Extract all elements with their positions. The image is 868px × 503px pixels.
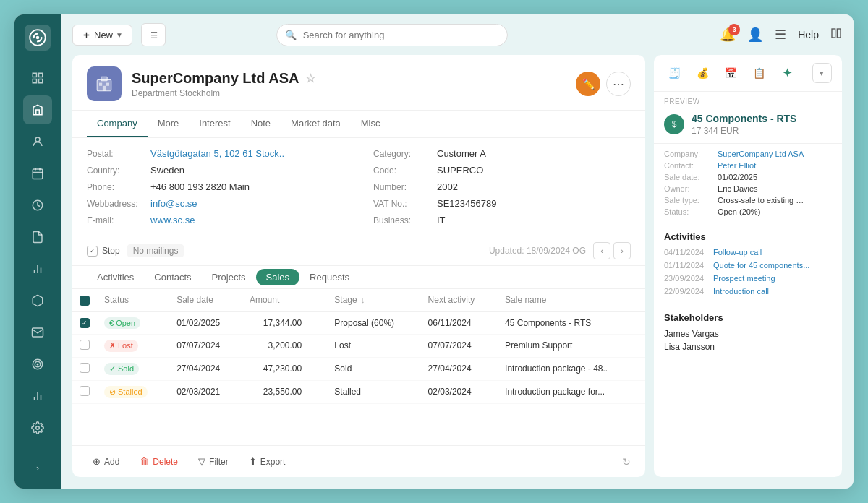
sale-name-2: Introduction package - 48.. bbox=[498, 357, 645, 380]
tab-more[interactable]: More bbox=[148, 111, 190, 137]
sidebar-item-email[interactable] bbox=[23, 318, 52, 347]
inner-tab-requests[interactable]: Requests bbox=[299, 266, 359, 288]
col-stage[interactable]: Stage ↓ bbox=[327, 289, 420, 311]
sidebar-item-chart[interactable] bbox=[23, 382, 52, 410]
stop-checkbox-box[interactable]: ✓ bbox=[87, 246, 98, 257]
sale-name-3: Introduction package for... bbox=[498, 380, 645, 403]
layout-icon[interactable] bbox=[830, 27, 842, 43]
activity-link-0[interactable]: Follow-up call bbox=[713, 248, 762, 257]
panel-toolbar: 🧾 💰 📅 📋 ✦ ▾ bbox=[654, 55, 842, 92]
next-activity-2: 27/04/2024 bbox=[421, 357, 498, 380]
detail-phone: Phone: +46 800 193 2820 Main bbox=[87, 181, 344, 192]
panel-tool-currency[interactable]: 💰 bbox=[692, 62, 713, 84]
detail-postal: Postal: Västgötagatan 5, 102 61 Stock.. bbox=[87, 148, 344, 159]
panel-tool-add[interactable]: ✦ bbox=[777, 62, 798, 84]
dd-owner: Owner: Eric Davies bbox=[664, 184, 832, 193]
select-all-checkbox[interactable]: — bbox=[80, 296, 90, 306]
sidebar-item-settings[interactable] bbox=[23, 413, 52, 442]
activity-link-3[interactable]: Introduction call bbox=[713, 287, 769, 296]
svg-point-11 bbox=[37, 364, 38, 365]
card-header-actions: ✏️ ⋯ bbox=[576, 72, 631, 96]
filter-button[interactable]: ▽ Filter bbox=[192, 453, 234, 470]
tab-misc[interactable]: Misc bbox=[351, 111, 391, 137]
dd-sale-date: Sale date: 01/02/2025 bbox=[664, 173, 832, 181]
number-value: 2002 bbox=[437, 181, 458, 192]
nav-prev-button[interactable]: ‹ bbox=[593, 242, 610, 259]
sidebar-item-reports[interactable] bbox=[23, 286, 52, 315]
notifications-button[interactable]: 🔔 3 bbox=[720, 27, 736, 43]
panel-tool-clipboard[interactable]: 📋 bbox=[749, 62, 770, 84]
favorite-icon[interactable]: ☆ bbox=[305, 72, 315, 85]
stop-checkbox[interactable]: ✓ Stop bbox=[87, 246, 120, 257]
sidebar-item-calendar[interactable] bbox=[23, 159, 52, 188]
dd-company: Company: SuperCompany Ltd ASA bbox=[664, 150, 832, 158]
menu-icon[interactable]: ☰ bbox=[775, 27, 786, 43]
add-button[interactable]: ⊕ Add bbox=[87, 453, 125, 470]
detail-vat: VAT No.: SE123456789 bbox=[373, 198, 631, 209]
row-checkbox-3[interactable] bbox=[80, 386, 90, 396]
number-label: Number: bbox=[373, 182, 431, 192]
sidebar: › bbox=[14, 14, 61, 489]
tab-interest[interactable]: Interest bbox=[189, 111, 240, 137]
refresh-button[interactable]: ↻ bbox=[622, 456, 631, 468]
svg-rect-29 bbox=[106, 83, 109, 86]
filter-icon: ▽ bbox=[198, 456, 205, 467]
main-card: SuperCompany Ltd ASA ☆ Department Stockh… bbox=[72, 55, 645, 477]
table-row[interactable]: ✓ € Open 01/02/2025 17,344.00 Proposal (… bbox=[72, 311, 645, 334]
activity-link-2[interactable]: Prospect meeting bbox=[713, 274, 775, 283]
email-value[interactable]: www.sc.se bbox=[150, 215, 195, 225]
sidebar-item-targets[interactable] bbox=[23, 350, 52, 379]
deal-name[interactable]: 45 Components - RTS bbox=[692, 113, 796, 124]
sidebar-collapse-button[interactable]: › bbox=[23, 457, 52, 480]
row-checkbox-2[interactable] bbox=[80, 363, 90, 373]
webaddress-value[interactable]: info@sc.se bbox=[150, 198, 197, 209]
panel-tool-receipt[interactable]: 🧾 bbox=[664, 62, 685, 84]
inner-tab-contacts[interactable]: Contacts bbox=[144, 266, 201, 288]
panel-tool-calendar[interactable]: 📅 bbox=[720, 62, 741, 84]
panel-collapse-button[interactable]: ▾ bbox=[812, 63, 832, 83]
table-row[interactable]: ✗ Lost 07/07/2024 3,200.00 Lost 07/07/20… bbox=[72, 334, 645, 357]
sidebar-bottom: › bbox=[23, 451, 52, 480]
stakeholders-title: Stakeholders bbox=[664, 312, 832, 323]
sidebar-item-sales[interactable] bbox=[23, 191, 52, 220]
filter-icon-button[interactable] bbox=[141, 23, 166, 46]
inner-tab-sales[interactable]: Sales bbox=[256, 269, 300, 285]
search-icon: 🔍 bbox=[285, 30, 297, 40]
inner-tab-activities[interactable]: Activities bbox=[87, 266, 144, 288]
export-button[interactable]: ⬆ Export bbox=[243, 453, 292, 470]
sidebar-item-companies[interactable] bbox=[23, 95, 52, 124]
sidebar-item-contacts[interactable] bbox=[23, 127, 52, 156]
sidebar-item-dashboard[interactable] bbox=[23, 64, 52, 93]
inner-tab-projects[interactable]: Projects bbox=[202, 266, 256, 288]
tab-market-data[interactable]: Market data bbox=[281, 111, 351, 137]
status-badge-3: ⊘ Stalled bbox=[104, 386, 148, 398]
table-actions: ⊕ Add 🗑 Delete ▽ Filter ⬆ Export bbox=[72, 445, 645, 477]
row-checkbox-0[interactable]: ✓ bbox=[80, 318, 90, 328]
activities-title: Activities bbox=[664, 231, 832, 242]
search-input[interactable] bbox=[276, 24, 508, 46]
row-checkbox-1[interactable] bbox=[80, 340, 90, 350]
postal-value[interactable]: Västgötagatan 5, 102 61 Stock.. bbox=[150, 148, 284, 159]
table-row[interactable]: ⊘ Stalled 02/03/2021 23,550.00 Stalled 0… bbox=[72, 380, 645, 403]
sidebar-item-documents[interactable] bbox=[23, 223, 52, 252]
tab-note[interactable]: Note bbox=[241, 111, 281, 137]
activity-link-1[interactable]: Quote for 45 components... bbox=[713, 261, 809, 270]
vat-label: VAT No.: bbox=[373, 199, 431, 209]
nav-next-button[interactable]: › bbox=[613, 242, 631, 259]
company-name-text: SuperCompany Ltd ASA bbox=[132, 70, 299, 87]
table-row[interactable]: ✓ Sold 27/04/2024 47,230.00 Sold 27/04/2… bbox=[72, 357, 645, 380]
edit-button[interactable]: ✏️ bbox=[576, 72, 600, 96]
detail-email: E-mail: www.sc.se bbox=[87, 215, 344, 225]
help-button[interactable]: Help bbox=[798, 29, 819, 40]
user-icon[interactable]: 👤 bbox=[747, 27, 763, 43]
more-options-button[interactable]: ⋯ bbox=[606, 72, 631, 96]
sidebar-item-analytics[interactable] bbox=[23, 254, 52, 283]
delete-button[interactable]: 🗑 Delete bbox=[134, 453, 184, 470]
tab-company[interactable]: Company bbox=[87, 111, 148, 137]
inner-tabs: Activities Contacts Projects Sales Reque… bbox=[72, 266, 645, 289]
app-logo[interactable] bbox=[23, 23, 52, 52]
detail-category: Category: Customer A bbox=[373, 148, 631, 159]
business-label: Business: bbox=[373, 215, 431, 225]
country-label: Country: bbox=[87, 165, 145, 176]
new-button[interactable]: New ▼ bbox=[72, 25, 132, 46]
